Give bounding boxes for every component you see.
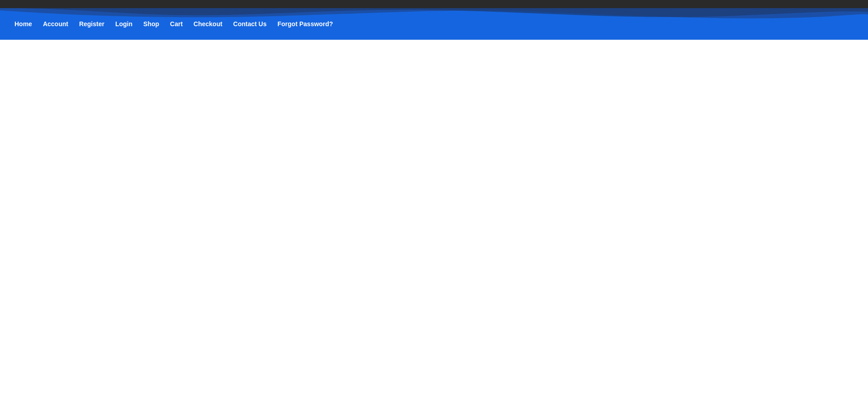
nav-link-register[interactable]: Register: [74, 17, 110, 31]
navigation-bar: HomeAccountRegisterLoginShopCartCheckout…: [0, 8, 868, 40]
nav-link-cart[interactable]: Cart: [165, 17, 188, 31]
nav-link-home[interactable]: Home: [9, 17, 38, 31]
nav-links-container: HomeAccountRegisterLoginShopCartCheckout…: [0, 8, 868, 40]
nav-link-shop[interactable]: Shop: [138, 17, 165, 31]
main-content: [0, 40, 868, 401]
nav-link-account[interactable]: Account: [38, 17, 74, 31]
nav-link-forgot-password[interactable]: Forgot Password?: [272, 17, 339, 31]
nav-link-checkout[interactable]: Checkout: [188, 17, 228, 31]
nav-link-contact-us[interactable]: Contact Us: [228, 17, 272, 31]
top-bar: [0, 0, 868, 8]
nav-link-login[interactable]: Login: [110, 17, 138, 31]
